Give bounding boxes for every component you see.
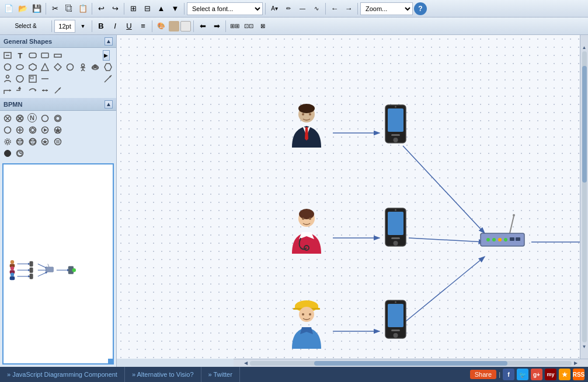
snap-button[interactable]: ⊡⊡ bbox=[242, 20, 255, 33]
shape-oval[interactable] bbox=[15, 62, 25, 72]
new-button[interactable]: 📄 bbox=[2, 2, 15, 15]
phone3-node[interactable] bbox=[381, 299, 410, 346]
shape-hexagon[interactable] bbox=[27, 62, 38, 72]
router-node[interactable] bbox=[478, 213, 530, 254]
fill-color-button[interactable]: A▾ bbox=[268, 2, 281, 15]
worker-node[interactable] bbox=[283, 299, 330, 355]
send-back-button[interactable]: ▼ bbox=[169, 2, 182, 15]
group-button[interactable]: ⊞ bbox=[127, 2, 140, 15]
shape-person2[interactable] bbox=[2, 73, 13, 84]
shape-hexagon2[interactable] bbox=[103, 62, 113, 72]
open-button[interactable]: 📂 bbox=[16, 2, 29, 15]
canvas-area[interactable]: ▲ ▼ bbox=[117, 35, 588, 359]
googleplus-icon[interactable]: g+ bbox=[531, 369, 542, 380]
bpmn-x-circle2[interactable] bbox=[15, 113, 25, 124]
font-size-input[interactable] bbox=[54, 20, 75, 33]
bpmn-gear[interactable] bbox=[2, 136, 13, 147]
bpmn-n[interactable]: N bbox=[27, 113, 37, 122]
shape-arrow-ne[interactable] bbox=[53, 85, 63, 96]
canvas-horizontal-scrollbar[interactable]: ◀ ▶ bbox=[234, 359, 588, 367]
bpmn-circle3[interactable] bbox=[2, 125, 13, 135]
curve-button[interactable]: ∿ bbox=[310, 2, 323, 15]
undo-button[interactable]: ↩ bbox=[95, 2, 107, 15]
arrow-right2-button[interactable]: ➡ bbox=[210, 20, 223, 33]
fit-page-button[interactable]: ⊠ bbox=[256, 20, 269, 33]
select-button[interactable]: Select & bbox=[2, 20, 49, 33]
color-square2[interactable] bbox=[180, 21, 191, 31]
phone2-node[interactable] bbox=[381, 207, 410, 254]
bpmn-list[interactable] bbox=[53, 136, 63, 147]
shape-arrow-diag[interactable] bbox=[103, 73, 113, 84]
general-shapes-scroll-up[interactable]: ▲ bbox=[105, 37, 113, 45]
shape-irregular[interactable] bbox=[15, 73, 25, 84]
hscroll-track[interactable] bbox=[250, 361, 572, 366]
bpmn-arrow-circle[interactable] bbox=[40, 125, 50, 135]
decrease-size-button[interactable]: ▼ bbox=[76, 20, 89, 33]
bpmn-filled-circle[interactable] bbox=[2, 148, 13, 159]
bpmn-star[interactable] bbox=[40, 136, 50, 147]
shape-elbow[interactable] bbox=[2, 85, 13, 96]
businessman-node[interactable] bbox=[283, 104, 330, 153]
shape-cloud[interactable] bbox=[90, 62, 100, 72]
bpmn-scroll-up[interactable]: ▲ bbox=[105, 100, 113, 108]
myspace-icon[interactable]: my bbox=[545, 369, 556, 380]
twitter-icon[interactable]: 🐦 bbox=[517, 369, 528, 380]
bpmn-clock[interactable] bbox=[15, 148, 25, 159]
arrow-left2-button[interactable]: ⬅ bbox=[196, 20, 209, 33]
general-shapes-scroll-side[interactable]: ▶ bbox=[103, 50, 110, 61]
preview-resize-handle[interactable] bbox=[108, 359, 113, 363]
arrow-left-button[interactable]: ← bbox=[328, 2, 341, 15]
canvas-vertical-scrollbar[interactable]: ▲ ▼ bbox=[580, 35, 588, 359]
shape-T[interactable]: T bbox=[15, 50, 25, 61]
bpmn-empty-circle[interactable] bbox=[40, 113, 50, 124]
bpmn-plus-circle[interactable] bbox=[15, 125, 25, 135]
shape-arrow-curved[interactable] bbox=[27, 85, 38, 96]
hscroll-right-arrow[interactable]: ▶ bbox=[572, 359, 580, 367]
bookmark-icon[interactable]: ★ bbox=[559, 369, 570, 380]
vscroll-up-arrow[interactable]: ▲ bbox=[580, 43, 589, 51]
underline-button[interactable]: U bbox=[123, 20, 135, 33]
footer-link-twitter[interactable]: » Twitter bbox=[201, 367, 240, 382]
font-select[interactable]: Select a font... bbox=[187, 2, 263, 15]
grid-view-button[interactable]: ⊞⊞ bbox=[228, 20, 241, 33]
vscroll-down-arrow[interactable]: ▼ bbox=[580, 342, 589, 351]
bring-front-button[interactable]: ▲ bbox=[155, 2, 168, 15]
arrow-right-button[interactable]: → bbox=[342, 2, 355, 15]
shape-circle[interactable] bbox=[2, 62, 13, 72]
line-color-button[interactable]: ✏ bbox=[282, 2, 295, 15]
footer-link-js[interactable]: » JavaScript Diagramming Component bbox=[0, 367, 125, 382]
nurse-node[interactable] bbox=[283, 207, 330, 260]
footer-link-visio[interactable]: » Alternative to Visio? bbox=[125, 367, 201, 382]
share-button[interactable]: Share bbox=[470, 370, 496, 379]
line-style-button[interactable]: — bbox=[296, 2, 309, 15]
vscroll-track[interactable] bbox=[582, 51, 587, 342]
zoom-select[interactable]: Zoom... bbox=[360, 2, 413, 15]
help-button[interactable]: ? bbox=[414, 2, 427, 15]
shape-container[interactable] bbox=[27, 73, 38, 84]
copy-button[interactable]: ⿻ bbox=[62, 2, 75, 15]
facebook-icon[interactable]: f bbox=[503, 369, 514, 380]
shape-triangle[interactable] bbox=[40, 62, 50, 72]
align-button[interactable]: ≡ bbox=[137, 20, 149, 33]
shape-wide-rect[interactable] bbox=[53, 50, 63, 61]
shape-rect[interactable] bbox=[40, 50, 50, 61]
shape-diamond[interactable] bbox=[53, 62, 63, 72]
vscroll-thumb[interactable] bbox=[582, 66, 587, 183]
bpmn-diamond-circle[interactable] bbox=[27, 125, 38, 135]
paste-button[interactable]: 📋 bbox=[76, 2, 89, 15]
cut-button[interactable]: ✂ bbox=[48, 2, 61, 15]
hscroll-thumb[interactable] bbox=[314, 361, 507, 366]
shape-text[interactable] bbox=[2, 50, 13, 61]
save-button[interactable]: 💾 bbox=[30, 2, 43, 15]
bpmn-x-circle[interactable] bbox=[2, 113, 13, 124]
color-square1[interactable] bbox=[169, 21, 179, 31]
shape-rounded-rect[interactable] bbox=[27, 50, 38, 61]
italic-button[interactable]: I bbox=[109, 20, 121, 33]
redo-button[interactable]: ↪ bbox=[109, 2, 121, 15]
bpmn-envelope[interactable] bbox=[15, 136, 25, 147]
shape-elbow2[interactable] bbox=[15, 85, 25, 96]
hscroll-left-arrow[interactable]: ◀ bbox=[242, 359, 250, 367]
bold-button[interactable]: B bbox=[95, 20, 107, 33]
shape-circle2[interactable] bbox=[65, 62, 75, 72]
ungroup-button[interactable]: ⊟ bbox=[141, 2, 154, 15]
